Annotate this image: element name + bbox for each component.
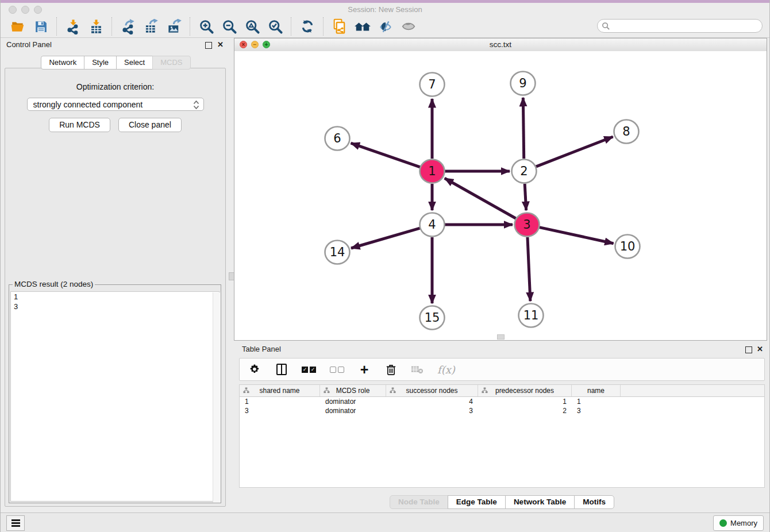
refresh-icon bbox=[300, 19, 315, 34]
tab-node-table[interactable]: Node Table bbox=[390, 495, 448, 509]
memory-button[interactable]: Memory bbox=[713, 515, 764, 531]
table-row[interactable]: 3dominator323 bbox=[240, 406, 764, 415]
table-cell[interactable]: 4 bbox=[386, 397, 478, 406]
column-header-MCDS-role[interactable]: MCDS role bbox=[320, 385, 386, 396]
mcds-result-list[interactable]: 13 bbox=[10, 291, 220, 502]
table-row[interactable]: 1dominator411 bbox=[240, 397, 764, 406]
search-box[interactable] bbox=[597, 19, 763, 33]
memory-status-icon bbox=[719, 519, 727, 527]
home-icon bbox=[354, 19, 371, 34]
zoom-out-button[interactable] bbox=[218, 17, 241, 36]
view-splitter-grip[interactable] bbox=[497, 334, 505, 340]
import-table-button[interactable] bbox=[84, 17, 107, 36]
zoom-in-button[interactable] bbox=[195, 17, 218, 36]
node-14[interactable]: 14 bbox=[325, 241, 350, 264]
table-cell[interactable]: 2 bbox=[478, 406, 572, 415]
control-panel-tabs: NetworkStyleSelectMCDS bbox=[1, 56, 230, 70]
table-cell[interactable]: 1 bbox=[572, 397, 621, 406]
show-details-button[interactable] bbox=[397, 17, 420, 36]
node-2[interactable]: 2 bbox=[512, 160, 537, 183]
edge-3-11[interactable] bbox=[528, 237, 530, 301]
column-label: shared name bbox=[259, 387, 299, 395]
tab-edge-table[interactable]: Edge Table bbox=[448, 495, 506, 509]
node-11[interactable]: 11 bbox=[519, 304, 544, 327]
node-8[interactable]: 8 bbox=[614, 120, 639, 144]
open-session-button[interactable] bbox=[6, 17, 29, 36]
column-header-predecessor-nodes[interactable]: predecessor nodes bbox=[478, 385, 572, 396]
edge-2-8[interactable] bbox=[536, 137, 613, 167]
table-cell[interactable]: 3 bbox=[572, 406, 621, 415]
close-table-panel-icon[interactable]: ✕ bbox=[757, 345, 763, 353]
tab-select[interactable]: Select bbox=[116, 56, 153, 70]
node-1[interactable]: 1 bbox=[420, 160, 445, 183]
run-mcds-button[interactable]: Run MCDS bbox=[49, 118, 110, 132]
mcds-result-title: MCDS result (2 nodes) bbox=[13, 280, 95, 288]
float-panel-icon[interactable] bbox=[205, 42, 212, 49]
export-network-icon bbox=[121, 19, 136, 34]
tab-style[interactable]: Style bbox=[84, 56, 117, 70]
edge-2-9[interactable] bbox=[523, 98, 523, 159]
node-3[interactable]: 3 bbox=[515, 213, 540, 237]
delete-button[interactable] bbox=[384, 362, 397, 377]
home-layout-button[interactable] bbox=[351, 17, 374, 36]
table-settings-button[interactable] bbox=[249, 362, 261, 377]
node-label: 11 bbox=[523, 309, 539, 322]
deselect-all-button[interactable] bbox=[330, 362, 344, 377]
table-cell[interactable]: 3 bbox=[240, 406, 320, 415]
zoom-selected-button[interactable] bbox=[264, 17, 287, 36]
node-label: 7 bbox=[428, 78, 436, 91]
delete-table-button[interactable] bbox=[411, 362, 424, 377]
zoom-in-icon bbox=[199, 19, 214, 34]
zoom-fit-button[interactable] bbox=[241, 17, 264, 36]
export-table-button[interactable] bbox=[140, 17, 163, 36]
table-cell[interactable]: 1 bbox=[478, 397, 572, 406]
column-header-shared-name[interactable]: shared name bbox=[240, 385, 320, 396]
unchecked-checkbox-icon bbox=[330, 367, 336, 373]
add-column-button[interactable]: + bbox=[358, 362, 371, 377]
network-graph[interactable]: 7968124314101511 bbox=[234, 51, 767, 341]
edge-3-1[interactable] bbox=[445, 178, 516, 218]
export-image-button[interactable] bbox=[163, 17, 186, 36]
edge-3-10[interactable] bbox=[539, 228, 613, 244]
network-canvas[interactable]: 7968124314101511 bbox=[234, 51, 767, 340]
edge-2-3[interactable] bbox=[525, 184, 526, 210]
select-all-button[interactable]: ✓✓ bbox=[302, 362, 316, 377]
edge-4-14[interactable] bbox=[351, 228, 420, 248]
import-network-button[interactable] bbox=[61, 17, 84, 36]
search-input[interactable] bbox=[613, 20, 759, 33]
result-scrollbar[interactable] bbox=[213, 292, 221, 503]
network-window-titlebar[interactable]: × − + scc.txt bbox=[234, 38, 767, 52]
show-panels-button[interactable] bbox=[6, 515, 25, 531]
table-cell[interactable]: 1 bbox=[240, 397, 320, 406]
hide-details-button[interactable] bbox=[374, 17, 397, 36]
close-panel-button[interactable]: Close panel bbox=[118, 118, 182, 132]
export-network-button[interactable] bbox=[117, 17, 140, 36]
node-15[interactable]: 15 bbox=[420, 306, 445, 330]
refresh-button[interactable] bbox=[296, 17, 319, 36]
table-toolbar: ✓✓ + f(x) bbox=[239, 358, 765, 381]
table-cell[interactable]: 3 bbox=[386, 406, 478, 415]
table-cell[interactable]: dominator bbox=[320, 397, 386, 406]
column-header-successor-nodes[interactable]: successor nodes bbox=[386, 385, 478, 396]
search-icon bbox=[602, 22, 610, 30]
tab-network[interactable]: Network bbox=[41, 56, 84, 70]
table-cell[interactable]: dominator bbox=[320, 406, 386, 415]
tab-network-table[interactable]: Network Table bbox=[505, 495, 575, 509]
close-panel-icon[interactable]: ✕ bbox=[217, 40, 224, 49]
node-7[interactable]: 7 bbox=[420, 73, 445, 97]
save-session-button[interactable] bbox=[29, 17, 52, 36]
edge-1-6[interactable] bbox=[351, 143, 421, 167]
node-10[interactable]: 10 bbox=[615, 235, 640, 259]
tab-mcds[interactable]: MCDS bbox=[152, 56, 190, 70]
criterion-select[interactable]: strongly connected component bbox=[27, 98, 204, 111]
function-builder-button[interactable]: f(x) bbox=[437, 362, 455, 377]
node-4[interactable]: 4 bbox=[420, 213, 445, 237]
node-9[interactable]: 9 bbox=[511, 72, 536, 95]
tab-motifs[interactable]: Motifs bbox=[574, 495, 614, 509]
main-toolbar bbox=[1, 16, 769, 38]
node-6[interactable]: 6 bbox=[325, 127, 350, 151]
show-columns-button[interactable] bbox=[275, 362, 288, 377]
network-from-file-button[interactable] bbox=[328, 17, 351, 36]
float-table-panel-icon[interactable] bbox=[745, 346, 752, 353]
column-header-name[interactable]: name bbox=[572, 385, 621, 396]
